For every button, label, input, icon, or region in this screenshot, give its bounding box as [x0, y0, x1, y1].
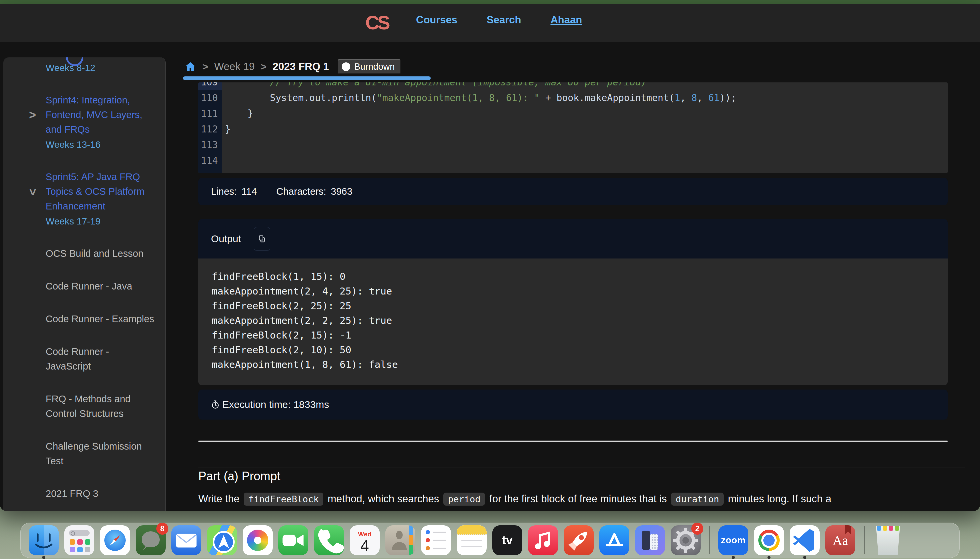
desktop: { "colors": { "accent_blue": "#5ba3e8", …: [0, 0, 980, 559]
contacts-icon: [385, 525, 415, 555]
sidebar-item[interactable]: FRQ - Methods and Control Structures: [46, 392, 156, 421]
rocket-icon: [564, 525, 594, 555]
prompt-text: for the first block of free minutes that…: [486, 493, 670, 504]
running-indicator: [803, 556, 806, 559]
safari-icon: [100, 525, 130, 555]
dock-app-dictionary[interactable]: Aa: [825, 525, 855, 555]
burndown-button[interactable]: Burndown: [338, 60, 401, 74]
dock-app-phone[interactable]: [314, 525, 344, 555]
nav-links: CoursesSearchAhaan: [416, 14, 582, 26]
site-logo[interactable]: CS: [365, 12, 388, 34]
dock-app-chrome[interactable]: [754, 525, 784, 555]
inline-code: period: [443, 493, 485, 506]
dock-app-notes[interactable]: [457, 525, 487, 555]
line-number: 113: [198, 137, 222, 153]
execution-time-label: Execution time: 1833ms: [222, 399, 329, 410]
sidebar-item[interactable]: Code Runner - JavaScript: [46, 344, 156, 374]
sidebar-item[interactable]: 2021 FRQ 3: [46, 486, 156, 501]
nav-link-courses[interactable]: Courses: [416, 14, 457, 26]
dock-app-photos[interactable]: [243, 525, 273, 555]
calendar-date-label: 4: [360, 538, 369, 553]
dock-separator: [709, 526, 710, 554]
dock-app-finder[interactable]: [29, 525, 59, 555]
copy-icon: [258, 235, 266, 243]
sidebar-sprint-label: Sprint4: Integration, Fontend, MVC Layer…: [46, 93, 156, 137]
dock-app-appletv[interactable]: tv: [492, 525, 522, 555]
dock-app-trash[interactable]: [873, 525, 903, 555]
code-editor[interactable]: 109 // Try to make a 61-min appointment …: [198, 83, 948, 173]
vscode-icon: [790, 525, 820, 555]
top-navbar: CS CoursesSearchAhaan: [0, 4, 980, 42]
nav-link-search[interactable]: Search: [487, 14, 521, 26]
breadcrumb-items: >Week 19>2023 FRQ 1: [202, 61, 329, 73]
sidebar-item[interactable]: OCS Build and Lesson: [46, 246, 156, 261]
chevron-down-icon[interactable]: >: [26, 188, 40, 195]
chevron-right-icon[interactable]: >: [29, 108, 36, 122]
dock-app-iphone-mirroring[interactable]: [635, 525, 665, 555]
lines-value: 114: [241, 186, 257, 197]
dock-app-reminders[interactable]: [421, 525, 451, 555]
editor-line[interactable]: 113: [198, 137, 948, 153]
dock-app-settings[interactable]: 2: [671, 525, 701, 555]
dock-app-messages[interactable]: 8: [136, 525, 166, 555]
lines-label: Lines:: [211, 186, 237, 197]
running-indicator: [768, 556, 770, 559]
prompt-text: Write the: [198, 493, 243, 504]
breadcrumb-item[interactable]: Week 19: [214, 61, 255, 73]
sidebar-item[interactable]: Challenge Submission Test: [46, 439, 156, 468]
dock-app-rocket[interactable]: [564, 525, 594, 555]
line-number: 109: [198, 83, 222, 90]
output-line: makeAppointment(2, 2, 25): true: [212, 313, 934, 328]
breadcrumb-item[interactable]: 2023 FRQ 1: [273, 61, 329, 73]
notification-badge: 2: [691, 523, 703, 535]
sidebar-sprint-item[interactable]: >Sprint4: Integration, Fontend, MVC Laye…: [46, 93, 156, 150]
editor-line[interactable]: 109 // Try to make a 61-min appointment …: [198, 83, 948, 90]
dock-separator: [864, 526, 865, 554]
sidebar-sprint-item[interactable]: >Sprint5: AP Java FRQ Topics & OCS Platf…: [46, 169, 156, 227]
copy-output-button[interactable]: [254, 227, 271, 251]
dock-app-vscode[interactable]: [790, 525, 820, 555]
sidebar-item[interactable]: Code Runner - Java: [46, 279, 156, 293]
editor-line[interactable]: 110 System.out.println("makeAppointment(…: [198, 90, 948, 106]
execution-time-bar: Execution time: 1833ms: [198, 390, 948, 420]
editor-lines: 109 // Try to make a 61-min appointment …: [198, 83, 948, 169]
dock-app-zoom[interactable]: zoom: [718, 525, 748, 555]
editor-line[interactable]: 111 }: [198, 106, 948, 121]
sidebar-sprint-weeks: Weeks 17-19: [46, 216, 156, 227]
dock-app-safari[interactable]: [100, 525, 130, 555]
appletv-label: tv: [502, 533, 513, 547]
output-line: makeAppointment(2, 4, 25): true: [212, 284, 934, 299]
line-code: // Try to make a 61-min appointment (imp…: [222, 83, 646, 90]
dock-app-contacts[interactable]: [385, 525, 415, 555]
line-number: 114: [198, 153, 222, 169]
nav-link-ahaan[interactable]: Ahaan: [550, 14, 582, 26]
editor-line[interactable]: 114: [198, 153, 948, 169]
prompt-paragraph: Write the findFreeBlock method, which se…: [198, 491, 965, 507]
prompt-top-border: [198, 468, 965, 468]
line-code: }: [222, 106, 253, 121]
notification-badge: 8: [156, 523, 168, 535]
chrome-icon: [754, 525, 784, 555]
dock-app-calendar[interactable]: Wed4: [350, 525, 379, 555]
dock-app-appstore[interactable]: [599, 525, 629, 555]
output-line: makeAppointment(1, 8, 61): false: [212, 357, 934, 372]
dock-app-music[interactable]: [528, 525, 558, 555]
browser-window: CS CoursesSearchAhaan Weeks 8-12>Sprint4…: [0, 4, 980, 511]
sidebar-item[interactable]: Code Runner - Examples: [46, 311, 156, 326]
output-line: findFreeBlock(2, 25): 25: [212, 299, 934, 313]
photos-icon: [243, 525, 273, 555]
home-icon[interactable]: [184, 61, 196, 73]
trash-icon: [873, 525, 903, 555]
dock-app-mail[interactable]: [172, 525, 201, 555]
prompt-text: method, which searches: [325, 493, 442, 504]
dock-app-facetime[interactable]: [278, 525, 309, 555]
dock-app-maps[interactable]: [207, 525, 237, 555]
appstore-icon: [599, 525, 629, 555]
sidebar-item-weeks[interactable]: Weeks 8-12: [46, 63, 156, 73]
editor-line[interactable]: 112}: [198, 121, 948, 137]
dock-app-launchpad[interactable]: [64, 525, 94, 555]
maps-icon: [207, 525, 237, 555]
inline-code: findFreeBlock: [244, 493, 323, 506]
prompt-heading: Part (a) Prompt: [198, 469, 280, 483]
phone-icon: [314, 525, 344, 555]
